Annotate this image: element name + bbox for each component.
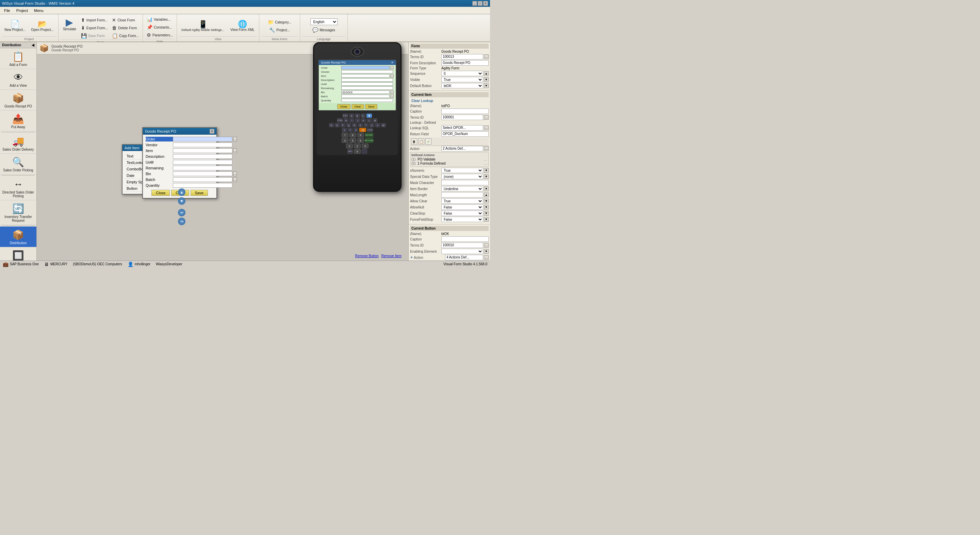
item-itemborder-btn[interactable]: ▼: [484, 186, 488, 191]
key-esc[interactable]: ESC: [343, 114, 348, 117]
key-z[interactable]: Z: [353, 128, 358, 132]
device-save-btn[interactable]: Save: [365, 104, 377, 109]
sidebar-item-sales-picking[interactable]: 🔍 Sales Order Picking: [0, 154, 37, 175]
minimize-btn[interactable]: _: [472, 1, 477, 6]
item-lookupsql-btn[interactable]: …: [484, 125, 488, 130]
maximize-btn[interactable]: □: [478, 1, 482, 6]
prop-sequence-btn[interactable]: ▲: [484, 71, 488, 76]
delete-tool-btn[interactable]: 🗑: [411, 138, 417, 144]
btn-enabling-select[interactable]: [441, 249, 483, 254]
key-q[interactable]: Q: [347, 123, 351, 127]
menu-file[interactable]: File: [2, 8, 13, 13]
grpo-bin-input[interactable]: [173, 171, 232, 176]
item-clearstop-btn[interactable]: ▼: [484, 211, 488, 216]
prop-defaultbtn-btn[interactable]: ▼: [484, 83, 488, 88]
view-form-xml-btn[interactable]: 🌐 View Form XML: [228, 19, 257, 33]
item-snumeric-btn[interactable]: ▼: [484, 168, 488, 173]
category-btn[interactable]: 📁 Category...: [266, 18, 293, 26]
prop-sequence-select[interactable]: 0: [441, 71, 483, 76]
grpo-item-input[interactable]: [173, 148, 232, 153]
key-p[interactable]: P: [340, 123, 345, 127]
key-7[interactable]: 7: [342, 133, 348, 137]
grpo-batch-input[interactable]: [173, 177, 232, 182]
check-tool-btn[interactable]: ✓: [425, 138, 431, 144]
sidebar-item-directed-sales[interactable]: ↔ Directed Sales Order Picking: [0, 176, 37, 200]
language-dropdown[interactable]: English Spanish French German: [310, 18, 337, 25]
btn-termsid-btn[interactable]: …: [484, 243, 488, 248]
sidebar-item-goods-recept[interactable]: 📦 Goods Recept PO: [0, 90, 37, 111]
item-forcefieldstop-btn[interactable]: ▼: [484, 217, 488, 222]
key-3[interactable]: 3: [362, 143, 369, 148]
default-agility-btn[interactable]: 📱 Default Agility Mobile Settings...: [179, 19, 227, 33]
btn-action-expand[interactable]: ▼: [410, 256, 413, 259]
key-0[interactable]: 0: [354, 149, 361, 154]
new-project-btn[interactable]: 📄 New Project...: [2, 19, 28, 33]
item-clearstop-select[interactable]: FalseTrue: [441, 211, 483, 216]
key-space[interactable]: SPC: [347, 149, 353, 154]
grpo-save-button[interactable]: Save: [191, 190, 208, 196]
key-h[interactable]: H: [344, 118, 348, 122]
device-bin-btn[interactable]: …: [390, 90, 394, 94]
key-o[interactable]: O: [335, 123, 340, 127]
key-t[interactable]: T: [364, 123, 369, 127]
key-blue[interactable]: ◉: [366, 114, 372, 117]
key-s[interactable]: S: [358, 123, 363, 127]
key-b[interactable]: B: [355, 114, 360, 117]
item-allownull-select[interactable]: FalseTrue: [441, 205, 483, 210]
import-form-btn[interactable]: ⬆ Import Form...: [79, 16, 110, 24]
remove-item-link[interactable]: Remove Item: [382, 254, 401, 258]
item-allowclear-select[interactable]: TrueFalse: [441, 198, 483, 204]
btn-action-btn[interactable]: …: [484, 255, 488, 260]
grpo-batch-btn[interactable]: …: [233, 177, 237, 182]
prop-defaultbtn-select[interactable]: btOK: [441, 83, 483, 89]
close-form-btn[interactable]: ✕ Close Form: [110, 16, 140, 24]
grpo-item-btn[interactable]: …: [233, 148, 237, 153]
menu-project[interactable]: Project: [14, 8, 30, 13]
device-close-btn[interactable]: Close: [337, 104, 350, 109]
key-return[interactable]: RETURN: [365, 138, 373, 143]
save-form-btn[interactable]: 💾 Save Form: [79, 32, 110, 40]
key-w[interactable]: W: [381, 123, 386, 127]
item-specialtype-btn[interactable]: ▼: [484, 174, 488, 179]
sidebar-item-distribution[interactable]: 📦 Distribution: [0, 227, 37, 247]
grpo-description-input[interactable]: [173, 154, 232, 159]
grpo-uom-input[interactable]: [173, 160, 232, 165]
close-btn[interactable]: ✕: [483, 1, 488, 6]
key-5[interactable]: 5: [350, 138, 356, 143]
grpo-order-btn[interactable]: …: [233, 137, 237, 141]
key-a[interactable]: A: [349, 114, 354, 117]
delete-form-btn[interactable]: 🗑 Delete Form: [110, 24, 140, 32]
prop-visible-btn[interactable]: ▼: [484, 77, 488, 82]
key-u[interactable]: U: [369, 123, 374, 127]
item-termsid-btn[interactable]: …: [484, 115, 488, 120]
item-specialtype-select[interactable]: (none): [441, 174, 483, 179]
sidebar-collapse-btn[interactable]: ◀: [32, 43, 34, 47]
grpo-order-input[interactable]: [173, 137, 232, 141]
item-action-btn[interactable]: …: [484, 146, 488, 151]
device-item-btn[interactable]: …: [390, 74, 394, 78]
key-1[interactable]: 1: [346, 143, 353, 148]
key-4[interactable]: 4: [342, 138, 348, 143]
item-action-2-btn[interactable]: …: [484, 162, 487, 165]
key-r[interactable]: R: [352, 123, 357, 127]
item-allownull-btn[interactable]: ▼: [484, 205, 488, 210]
key-m[interactable]: M: [372, 118, 377, 122]
grpo-close-button[interactable]: Close: [151, 190, 170, 196]
sidebar-item-add-form[interactable]: 📋 Add a Form: [0, 48, 37, 69]
key-k[interactable]: K: [361, 118, 366, 122]
nav-up-btn[interactable]: ▲: [178, 189, 185, 196]
device-order-btn[interactable]: …: [390, 66, 394, 69]
key-j[interactable]: J: [355, 118, 360, 122]
item-forcefieldstop-select[interactable]: FalseTrue: [441, 217, 483, 222]
nav-next-btn[interactable]: ↪: [178, 217, 185, 225]
key-6[interactable]: 6: [357, 138, 364, 143]
item-snumeric-select[interactable]: TrueFalse: [441, 168, 483, 173]
item-itemborder-select[interactable]: Underline: [441, 186, 483, 192]
grpo-bin-btn[interactable]: …: [233, 171, 237, 176]
key-y[interactable]: Y: [348, 128, 353, 132]
key-v[interactable]: V: [375, 123, 380, 127]
variables-btn[interactable]: 📊 Variables...: [145, 16, 172, 23]
export-form-btn[interactable]: ⬇ Export Form...: [79, 24, 110, 32]
device-batch-btn[interactable]: …: [390, 95, 394, 98]
messages-btn[interactable]: 💬 Messages: [311, 26, 337, 34]
